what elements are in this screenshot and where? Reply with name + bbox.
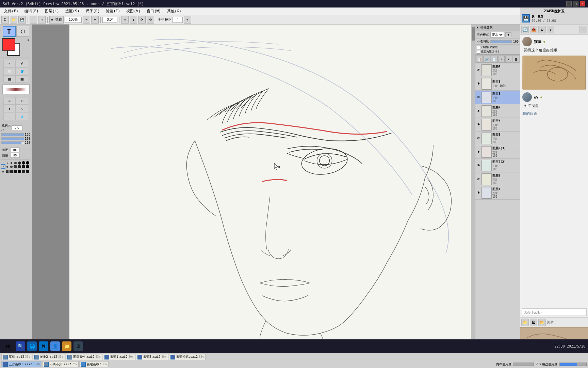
file-face2[interactable]: 脸部2.sai2 30% xyxy=(136,354,168,360)
rotate-cw[interactable]: ⟳ xyxy=(138,16,146,24)
brush-size-input[interactable] xyxy=(12,125,22,130)
param1-bar[interactable] xyxy=(1,133,24,136)
start-button[interactable]: ⊞ xyxy=(3,341,14,352)
menu-layer[interactable]: 图层(L) xyxy=(42,8,62,14)
dot12[interactable] xyxy=(18,165,21,168)
taskbar-search[interactable]: 🔍 xyxy=(16,341,25,351)
redo-button[interactable]: ↪ xyxy=(38,16,46,24)
opacity-bar[interactable] xyxy=(490,40,512,43)
layer-link[interactable]: 🔗 xyxy=(484,56,490,63)
layer-item-3[interactable]: 👁 图层3 正常 100% xyxy=(475,77,520,91)
dot9[interactable] xyxy=(5,165,9,168)
panel-icon-share[interactable]: 📤 xyxy=(530,26,537,33)
stabilizer-input[interactable]: 4 xyxy=(173,17,183,23)
panel-icon-settings[interactable]: ⚙ xyxy=(538,26,546,33)
layer-down[interactable]: ↓ xyxy=(505,56,512,63)
menu-view[interactable]: 视图(V) xyxy=(124,8,143,14)
dot3[interactable] xyxy=(10,161,13,165)
dot10[interactable] xyxy=(10,165,13,168)
smear-tool[interactable]: ⬛ xyxy=(16,75,28,83)
layer-new[interactable]: 📋 xyxy=(476,56,483,63)
dot1[interactable] xyxy=(1,161,5,165)
layer-item-5[interactable]: 👁 图层5 正常 100 xyxy=(475,132,520,145)
dot4[interactable] xyxy=(14,161,17,165)
text-tool[interactable]: T xyxy=(3,26,16,37)
zoom-in[interactable]: + xyxy=(91,16,99,24)
taskbar-word[interactable]: W xyxy=(39,341,48,351)
layer-copy[interactable]: 📄 xyxy=(491,56,497,63)
file-facestart[interactable]: 脸部起笔.sai2 33% xyxy=(169,354,206,360)
menu-other[interactable]: 其他(G) xyxy=(164,8,184,14)
pen-tool[interactable]: ✒ xyxy=(184,16,191,24)
file-draft[interactable]: 草稿.sai2 33% xyxy=(1,354,32,360)
panel-icon-minus[interactable]: — xyxy=(579,26,587,33)
brush-size-val[interactable] xyxy=(10,148,20,152)
blend-more-btn[interactable]: ▼ xyxy=(505,32,511,37)
footer-icon2[interactable]: 🖼 xyxy=(530,319,537,326)
rdot5[interactable] xyxy=(18,170,21,173)
param2-bar[interactable] xyxy=(1,137,24,140)
eye-6[interactable]: 👁 xyxy=(476,122,481,127)
rotate-ccw[interactable]: ⟲ xyxy=(147,16,154,24)
menu-window[interactable]: 窗口(W) xyxy=(144,8,164,14)
new-button[interactable]: 🗋 xyxy=(1,16,9,24)
pencil-tool[interactable]: ✏ xyxy=(3,60,16,67)
zoom-input[interactable]: 100% xyxy=(65,17,82,23)
stamp-tool[interactable]: ⬛ xyxy=(3,75,16,83)
file-newcanvas[interactable]: 新建画布7 33% xyxy=(79,361,109,367)
rdot4[interactable] xyxy=(14,170,17,173)
primary-color[interactable] xyxy=(2,38,15,51)
blur-tool[interactable]: ◌ xyxy=(3,113,16,120)
protect-cb[interactable] xyxy=(477,46,480,49)
dot8-selected[interactable] xyxy=(1,165,5,168)
dot2[interactable] xyxy=(5,161,9,165)
fill-tool[interactable]: 🪣 xyxy=(16,67,28,75)
eye-7[interactable]: 👁 xyxy=(476,109,481,113)
dot11[interactable] xyxy=(14,165,17,168)
file-nopart[interactable]: 不离不弃.sai2 25% xyxy=(42,361,79,367)
select-free[interactable]: ⬠ xyxy=(16,97,28,105)
shape-tool[interactable]: ⬡ xyxy=(16,26,29,37)
flip-h[interactable]: ↔ xyxy=(121,16,129,24)
eye-23[interactable]: 👁 xyxy=(476,150,481,154)
eye-22[interactable]: 👁 xyxy=(476,163,481,168)
rdot7[interactable] xyxy=(26,170,29,173)
footer-icon3[interactable]: 📂 xyxy=(538,319,546,326)
zoom-out[interactable]: − xyxy=(83,16,90,24)
blend-mode-select[interactable]: 正常 xyxy=(490,32,504,37)
rdot6[interactable] xyxy=(22,170,25,173)
layer-up[interactable]: ↑ xyxy=(498,56,505,63)
file-main[interactable]: 五官画布1.sai2 100% xyxy=(1,361,42,367)
eye-4[interactable]: 👁 xyxy=(476,68,481,73)
brush-tool[interactable]: 🖌 xyxy=(16,60,28,67)
eraser-tool[interactable]: ⬜ xyxy=(3,67,16,75)
open-button[interactable]: 📁 xyxy=(10,16,17,24)
maximize-button[interactable]: □ xyxy=(573,1,578,6)
panel-icon-star[interactable]: ★ xyxy=(547,26,554,33)
layer-item-6[interactable]: 👁 图层6 正常 100 xyxy=(475,118,520,132)
vertical-scrollbar[interactable] xyxy=(471,25,475,349)
layer-item-4[interactable]: 👁 图层4 正常 100 xyxy=(475,63,520,77)
layer-item-8[interactable]: 👁 图层8 正常 100 xyxy=(475,91,520,104)
flip-v[interactable]: ↕ xyxy=(130,16,137,24)
menu-filter[interactable]: 滤镜(I) xyxy=(103,8,123,14)
layer-item-7[interactable]: 👁 图层7 正常 100 xyxy=(475,104,520,118)
menu-edit[interactable]: 编辑(E) xyxy=(22,8,42,14)
clip-cb[interactable] xyxy=(477,50,480,53)
eye-2[interactable]: 👁 xyxy=(476,177,481,182)
vscroll-thumb[interactable] xyxy=(472,27,475,41)
canvas-area[interactable] xyxy=(32,25,475,353)
dot14[interactable] xyxy=(26,165,29,168)
param3-bar[interactable] xyxy=(1,141,24,144)
layer-item-2[interactable]: 👁 图层2 正常 100 xyxy=(475,172,520,186)
file-brush2[interactable]: 笔刷2.sai2 33% xyxy=(33,354,65,360)
eye-3[interactable]: 👁 xyxy=(476,81,481,86)
layer-item-23[interactable]: 👁 图层2(3) 正常 100 xyxy=(475,145,520,159)
taskbar-avatar[interactable]: 👤 xyxy=(50,341,60,351)
comment-input[interactable] xyxy=(522,308,587,316)
dot7[interactable] xyxy=(26,161,29,165)
dot6[interactable] xyxy=(22,161,25,165)
swap-colors[interactable]: ⇄ xyxy=(28,38,29,42)
taskbar-edge[interactable]: 🌐 xyxy=(27,341,37,351)
dot13[interactable] xyxy=(22,165,25,168)
